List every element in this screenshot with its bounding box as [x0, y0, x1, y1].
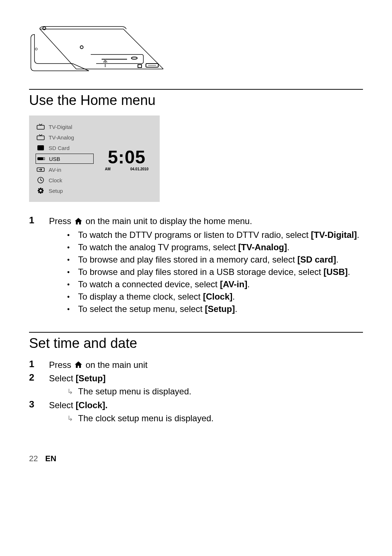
step-body: Select [Clock]. The clock setup menu is … [49, 399, 363, 425]
step-number: 2 [29, 372, 49, 398]
clock-icon [36, 176, 46, 184]
svg-point-0 [43, 27, 46, 30]
step-number: 1 [29, 358, 49, 372]
home-icon [74, 360, 82, 371]
svg-point-15 [40, 190, 42, 192]
menu-item-usb-selected: USB [36, 154, 94, 164]
usb-icon [36, 155, 46, 162]
menu-item-label: Clock [49, 177, 62, 183]
section-title-use-home: Use the Home menu [29, 93, 363, 108]
step-text: Select [49, 373, 75, 383]
tv-icon [36, 123, 46, 130]
svg-rect-11 [37, 157, 43, 160]
clock-ampm: AM [105, 167, 111, 171]
home-menu-clock-panel: 5:05 AM 04.01.2010 [94, 122, 160, 195]
device-diagram [29, 22, 163, 74]
menu-item-label: USB [49, 156, 60, 162]
svg-point-1 [80, 46, 83, 49]
section-rule [29, 332, 363, 333]
page-footer: 22 EN [29, 454, 363, 463]
page-number: 22 [29, 454, 38, 463]
svg-rect-6 [138, 65, 142, 68]
bullet-item: To select the setup menu, select [Setup]… [67, 303, 363, 315]
av-in-icon [36, 166, 46, 173]
step-body: Press on the main unit to display the ho… [49, 215, 363, 316]
tv-icon [36, 134, 46, 141]
section-rule [29, 89, 363, 90]
sd-card-icon [36, 144, 46, 151]
gear-icon [36, 187, 46, 194]
menu-item-label: Setup [49, 188, 63, 194]
home-menu-screenshot: TV-Digital TV-Analog SD Card USB [29, 115, 160, 202]
step-text: Press [49, 360, 74, 370]
step-number: 3 [29, 399, 49, 425]
bullet-item: To browse and play files stored in a USB… [67, 266, 363, 278]
step-number: 1 [29, 215, 49, 316]
svg-rect-8 [37, 125, 44, 129]
menu-item-av-in: AV-in [36, 165, 94, 174]
result-item: The clock setup menu is displayed. [67, 413, 363, 424]
clock-date: 04.01.2010 [130, 167, 148, 171]
step-text: Press [49, 216, 74, 226]
svg-rect-9 [37, 136, 44, 140]
page-language: EN [45, 454, 56, 463]
menu-item-tv-digital: TV-Digital [36, 122, 94, 131]
bullet-item: To browse and play files stored in a mem… [67, 254, 363, 265]
step-text: on the main unit [83, 360, 147, 370]
bullet-item: To watch the analog TV programs, select … [67, 242, 363, 253]
svg-rect-12 [43, 158, 45, 160]
menu-item-label: TV-Digital [49, 124, 72, 130]
home-menu-list: TV-Digital TV-Analog SD Card USB [29, 122, 94, 195]
step-text: Select [49, 400, 75, 410]
svg-rect-10 [37, 145, 44, 150]
step-text: on the main unit to display the home men… [83, 216, 252, 226]
menu-item-tv-analog: TV-Analog [36, 133, 94, 142]
bullet-item: To display a theme clock, select [Clock]… [67, 291, 363, 303]
result-item: The setup menu is displayed. [67, 386, 363, 397]
home-icon [74, 216, 82, 228]
clock-time: 5:05 [108, 147, 146, 168]
bullet-item: To watch a connected device, select [AV-… [67, 279, 363, 290]
step-body: Press on the main unit [49, 358, 363, 372]
menu-item-label: SD Card [49, 145, 70, 151]
bullet-item: To watch the DTTV programs or listen to … [67, 229, 363, 241]
step-body: Select [Setup] The setup menu is display… [49, 372, 363, 398]
svg-point-7 [35, 48, 37, 50]
svg-point-2 [131, 57, 137, 59]
menu-item-setup: Setup [36, 186, 94, 195]
menu-item-clock: Clock [36, 175, 94, 185]
section-title-set-time: Set time and date [29, 336, 363, 351]
menu-item-sd-card: SD Card [36, 143, 94, 153]
menu-item-label: AV-in [49, 167, 61, 173]
menu-item-label: TV-Analog [49, 134, 74, 141]
